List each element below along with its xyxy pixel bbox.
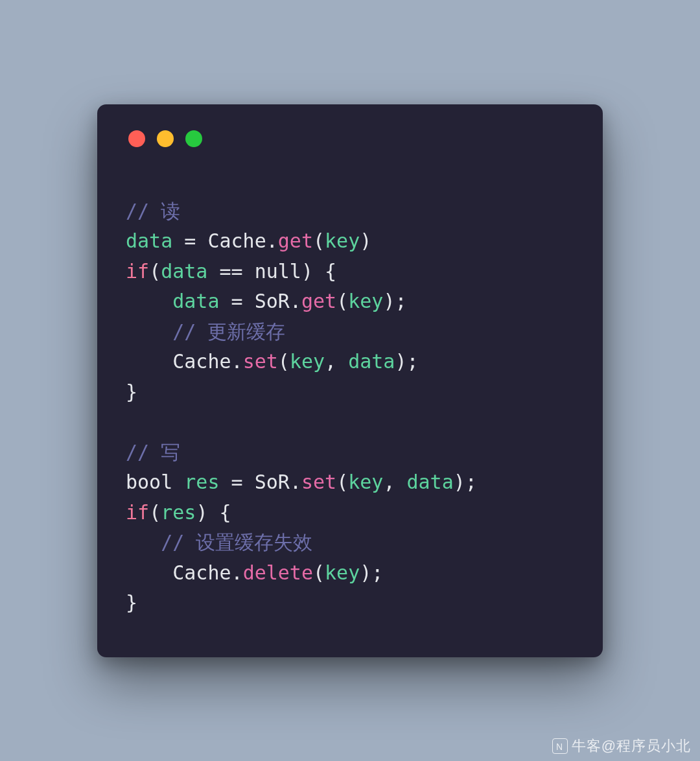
code-comment: // 更新缓存 — [126, 320, 285, 343]
traffic-lights — [126, 130, 574, 147]
code-token: data — [348, 350, 395, 373]
code-token: = — [172, 229, 207, 252]
code-token: ); — [360, 561, 383, 584]
code-token: if — [126, 501, 149, 524]
code-token: res — [184, 471, 219, 493]
code-block: // 读 data = Cache.get(key) if(data == nu… — [126, 196, 574, 618]
zoom-icon — [185, 130, 202, 147]
code-token: } — [126, 591, 137, 614]
code-token: key — [325, 561, 360, 584]
code-comment: // 读 — [126, 200, 180, 222]
code-token: ( — [149, 501, 161, 524]
code-token: data — [126, 229, 172, 252]
code-token: key — [325, 229, 360, 252]
code-token: , — [325, 350, 348, 373]
code-token: key — [348, 471, 383, 493]
code-token: res — [161, 501, 196, 524]
code-token: set — [243, 350, 278, 373]
code-token: delete — [243, 561, 313, 584]
code-comment: // 设置缓存失效 — [126, 531, 312, 554]
code-token: ) — [360, 229, 371, 252]
code-token: . — [290, 471, 301, 493]
code-token: ( — [313, 229, 325, 252]
code-token: get — [301, 290, 336, 312]
code-token: ) { — [196, 501, 231, 524]
code-token: ( — [313, 561, 325, 584]
code-token: = — [220, 290, 255, 312]
code-token: ); — [454, 471, 477, 493]
watermark: N 牛客@程序员小北 — [552, 736, 691, 756]
code-token: key — [348, 290, 383, 312]
code-token: null — [255, 260, 301, 283]
code-token: . — [231, 561, 243, 584]
watermark-icon: N — [552, 738, 568, 754]
code-token: data — [126, 290, 220, 312]
code-token: get — [278, 229, 313, 252]
code-token: . — [266, 229, 278, 252]
code-token: ); — [383, 290, 406, 312]
watermark-text: 牛客@程序员小北 — [572, 736, 691, 756]
code-token: Cache — [207, 229, 266, 252]
code-token: SoR — [255, 471, 290, 493]
code-token: data — [407, 471, 454, 493]
code-token: Cache — [126, 350, 231, 373]
code-token: ( — [149, 260, 161, 283]
code-token: } — [126, 380, 137, 403]
code-token: == — [207, 260, 254, 283]
code-token: Cache — [126, 561, 231, 584]
code-token: . — [231, 350, 243, 373]
code-token: ); — [395, 350, 418, 373]
code-token: . — [290, 290, 301, 312]
code-token: = — [220, 471, 255, 493]
code-token: , — [383, 471, 406, 493]
code-token: bool — [126, 471, 172, 493]
minimize-icon — [157, 130, 174, 147]
code-comment: // 写 — [126, 441, 180, 463]
close-icon — [128, 130, 145, 147]
code-token: set — [301, 471, 336, 493]
code-token: ( — [336, 471, 348, 493]
code-token: ( — [336, 290, 348, 312]
code-token — [172, 471, 184, 493]
code-token: ( — [278, 350, 290, 373]
code-token: SoR — [255, 290, 290, 312]
code-window: // 读 data = Cache.get(key) if(data == nu… — [97, 104, 603, 657]
code-token: key — [290, 350, 325, 373]
code-token: if — [126, 260, 149, 283]
code-token: data — [161, 260, 207, 283]
code-token: ) { — [301, 260, 336, 283]
